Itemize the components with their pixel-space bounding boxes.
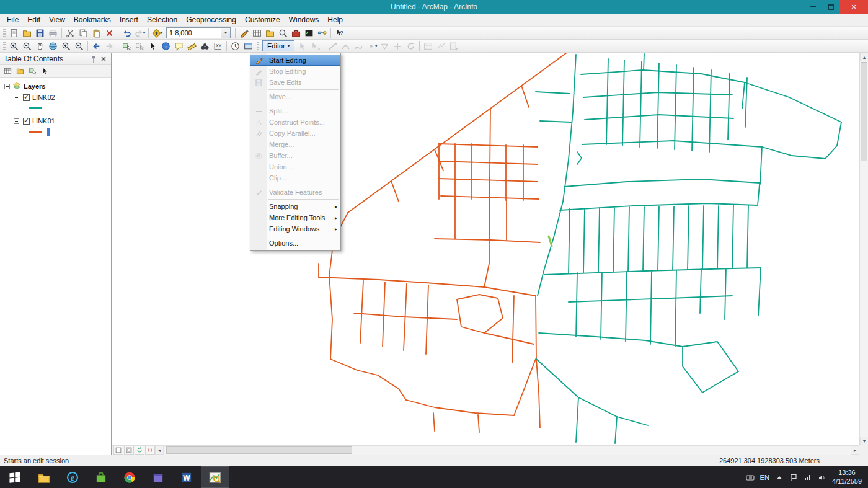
redo-button[interactable]: ▾ [133, 27, 146, 39]
menu-item-construct-points[interactable]: Construct Points... [250, 117, 340, 128]
select-elements-button[interactable] [146, 40, 159, 52]
menu-item-start-editing[interactable]: Start Editing [250, 55, 340, 66]
split-tool-button[interactable] [391, 40, 404, 52]
menu-item-move[interactable]: Move... [250, 91, 340, 102]
menu-file[interactable]: File [2, 14, 23, 25]
refresh-view-button[interactable] [135, 446, 144, 455]
catalog-window-button[interactable] [264, 27, 277, 39]
whats-this-help-button[interactable]: ? [333, 27, 346, 39]
vertical-scrollbar[interactable]: ▴ ▾ [859, 53, 868, 445]
go-forward-extent-button[interactable] [103, 40, 116, 52]
menu-help[interactable]: Help [323, 14, 347, 25]
pause-drawing-button[interactable] [145, 446, 155, 455]
list-by-visibility-button[interactable] [27, 66, 38, 76]
layer-checkbox[interactable] [23, 118, 30, 125]
new-document-button[interactable] [7, 27, 20, 39]
map-canvas[interactable] [112, 53, 859, 445]
scroll-up-icon[interactable]: ▴ [860, 53, 868, 61]
horizontal-scroll-thumb[interactable] [166, 446, 352, 454]
word[interactable]: W [172, 466, 201, 488]
clear-selected-features-button[interactable] [133, 40, 146, 52]
menu-item-validate-features[interactable]: Validate Features [250, 187, 340, 198]
volume-icon[interactable] [818, 473, 826, 482]
list-by-drawing-order-button[interactable] [2, 66, 13, 76]
go-to-xy-button[interactable]: XY [211, 40, 224, 52]
edit-tool-button[interactable] [296, 40, 309, 52]
menu-bookmarks[interactable]: Bookmarks [69, 14, 115, 25]
horizontal-scrollbar[interactable]: ◂ ▸ [112, 445, 859, 455]
windows-store[interactable] [87, 466, 115, 488]
toc-symbol-link02[interactable] [0, 102, 111, 113]
toolbar-grip[interactable] [3, 29, 6, 38]
attributes-window-button[interactable] [422, 40, 435, 52]
editor-toolbar-toggle-button[interactable] [237, 27, 250, 39]
toc-layer-link01[interactable]: LINK01 [0, 116, 111, 126]
menu-item-snapping[interactable]: Snapping▸ [250, 201, 340, 212]
delete-button[interactable] [103, 27, 116, 39]
toolbar-grip[interactable] [3, 42, 6, 51]
menu-item-copy-parallel[interactable]: Copy Parallel... [250, 128, 340, 139]
pan-button[interactable] [33, 40, 46, 52]
scale-dropdown-icon[interactable]: ▾ [221, 28, 230, 38]
toc-symbol-link01[interactable] [0, 126, 111, 137]
close-button[interactable]: × [839, 0, 868, 14]
touch-keyboard-icon[interactable] [746, 473, 755, 482]
language-indicator[interactable]: EN [760, 474, 769, 481]
scroll-right-icon[interactable]: ▸ [851, 446, 859, 455]
fixed-zoom-in-button[interactable] [60, 40, 73, 52]
save-document-button[interactable] [33, 27, 46, 39]
sketch-properties-button[interactable] [435, 40, 448, 52]
fixed-zoom-out-button[interactable] [73, 40, 86, 52]
menu-item-stop-editing[interactable]: Stop Editing [250, 66, 340, 77]
minimize-button[interactable] [804, 0, 822, 14]
menu-item-merge[interactable]: Merge... [250, 139, 340, 150]
menu-item-clip[interactable]: Clip... [250, 172, 340, 184]
end-point-arc-segment-button[interactable] [339, 40, 352, 52]
chrome[interactable] [115, 466, 144, 488]
layer-checkbox[interactable] [23, 94, 30, 101]
zoom-out-button[interactable] [20, 40, 33, 52]
toc-layer-link02[interactable]: LINK02 [0, 92, 111, 102]
menu-edit[interactable]: Edit [23, 14, 45, 25]
menu-item-editing-windows[interactable]: Editing Windows▸ [250, 223, 340, 234]
rotate-tool-button[interactable] [404, 40, 417, 52]
edit-annotation-tool-button[interactable]: a [309, 40, 322, 52]
arctoolbox-window-button[interactable] [290, 27, 303, 39]
select-features-button[interactable] [120, 40, 133, 52]
menu-view[interactable]: View [45, 14, 69, 25]
action-center-icon[interactable] [789, 473, 798, 482]
toolbar-grip[interactable] [257, 42, 259, 51]
menu-geoprocessing[interactable]: Geoprocessing [182, 14, 241, 25]
menu-windows[interactable]: Windows [285, 14, 324, 25]
table-of-contents-toggle-button[interactable] [250, 27, 264, 39]
list-by-selection-button[interactable] [39, 66, 50, 76]
maximize-button[interactable] [822, 0, 839, 14]
search-window-button[interactable] [277, 27, 290, 39]
scroll-down-icon[interactable]: ▾ [860, 437, 868, 445]
create-viewer-window-button[interactable] [242, 40, 255, 52]
cut-polygons-tool-button[interactable] [378, 40, 391, 52]
find-button[interactable] [198, 40, 211, 52]
menu-item-more-editing-tools[interactable]: More Editing Tools▸ [250, 212, 340, 223]
list-by-source-button[interactable] [14, 66, 25, 76]
pinned-folder-app[interactable] [144, 466, 172, 488]
zoom-in-button[interactable] [7, 40, 20, 52]
go-back-extent-button[interactable] [90, 40, 103, 52]
line-symbol[interactable] [29, 107, 42, 109]
menu-selection[interactable]: Selection [143, 14, 182, 25]
menu-customize[interactable]: Customize [241, 14, 285, 25]
straight-segment-button[interactable] [326, 40, 339, 52]
clock[interactable]: 13:36 4/11/2559 [832, 469, 862, 486]
internet-explorer[interactable]: e [58, 466, 87, 488]
modelbuilder-window-button[interactable] [316, 27, 329, 39]
pin-icon[interactable] [89, 54, 99, 64]
point-tool-button[interactable]: ▾ [365, 40, 378, 52]
menu-item-split[interactable]: Split... [250, 105, 340, 117]
collapse-icon[interactable] [4, 84, 10, 89]
menu-item-buffer[interactable]: Buffer... [250, 150, 340, 161]
python-window-button[interactable] [303, 27, 316, 39]
add-data-button[interactable]: ▾ [151, 27, 164, 39]
collapse-icon[interactable] [14, 95, 19, 100]
show-hidden-icons[interactable] [775, 473, 784, 482]
start-button[interactable] [0, 466, 30, 488]
